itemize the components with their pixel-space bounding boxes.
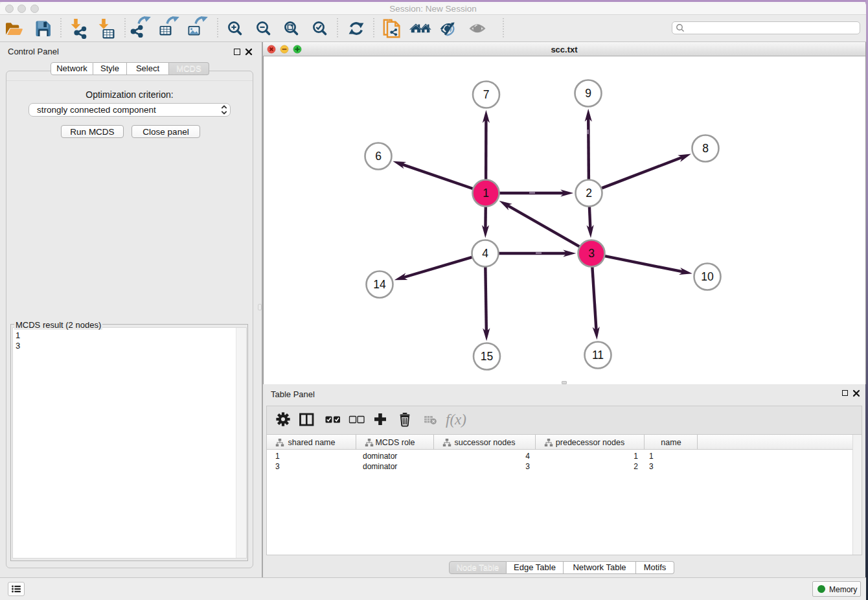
svg-text:6: 6	[375, 150, 382, 163]
svg-text:10: 10	[701, 270, 714, 283]
svg-text:15: 15	[481, 350, 493, 363]
svg-text:9: 9	[585, 87, 591, 100]
svg-text:3: 3	[588, 247, 595, 260]
svg-text:11: 11	[592, 349, 604, 362]
svg-text:7: 7	[483, 88, 490, 101]
svg-text:4: 4	[482, 247, 488, 260]
svg-text:f(x): f(x)	[446, 411, 466, 428]
svg-text:2: 2	[586, 187, 592, 200]
svg-text:1: 1	[483, 187, 489, 200]
svg-text:14: 14	[373, 278, 386, 291]
svg-text:8: 8	[702, 142, 709, 155]
